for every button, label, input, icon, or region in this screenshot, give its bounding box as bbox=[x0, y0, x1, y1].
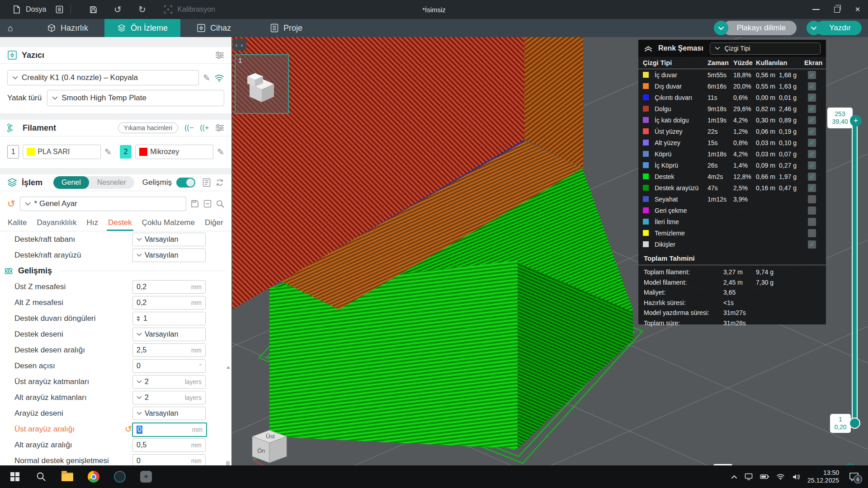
print-dropdown-icon[interactable] bbox=[807, 21, 821, 35]
minimize-button[interactable] bbox=[806, 0, 826, 19]
settings-scrollbar[interactable] bbox=[226, 366, 230, 465]
display-checkbox[interactable] bbox=[808, 218, 816, 226]
search-icon[interactable] bbox=[216, 200, 224, 208]
taskbar-search-icon[interactable] bbox=[33, 469, 49, 484]
filament-1-field[interactable]: PLA SARI bbox=[23, 145, 101, 159]
view-cube[interactable]: Üst Ön bbox=[243, 425, 297, 465]
setting-control[interactable]: 2,5mm bbox=[132, 343, 206, 357]
setting-control[interactable]: 2layers bbox=[132, 375, 206, 389]
wifi-icon[interactable] bbox=[214, 74, 224, 82]
setting-control[interactable]: 0mm bbox=[132, 422, 207, 437]
delete-preset-icon[interactable] bbox=[203, 200, 212, 208]
spinner-icon[interactable] bbox=[137, 316, 140, 321]
file-explorer-icon[interactable] bbox=[60, 469, 75, 484]
setting-control[interactable]: 2layers bbox=[132, 391, 206, 404]
tray-chevron-icon[interactable] bbox=[731, 475, 737, 479]
plate-thumbnail[interactable]: 1 bbox=[235, 54, 289, 114]
graphics-app-icon[interactable]: ✦ bbox=[138, 469, 154, 484]
restore-button[interactable] bbox=[826, 0, 847, 19]
add-filament-icon[interactable]: ((+ bbox=[200, 124, 209, 132]
collapse-legend-icon[interactable] bbox=[644, 45, 653, 52]
display-checkbox[interactable]: ✓ bbox=[808, 105, 816, 113]
edit-filament-2-icon[interactable]: ✎ bbox=[217, 147, 224, 157]
printer-tune-icon[interactable] bbox=[215, 51, 224, 59]
tray-volume-icon[interactable] bbox=[792, 474, 800, 480]
file-menu[interactable]: Dosya bbox=[6, 0, 51, 19]
setting-tab-çoklu malzeme[interactable]: Çoklu Malzeme bbox=[137, 218, 200, 231]
setting-tab-dayanıklılık[interactable]: Dayanıklılık bbox=[32, 218, 82, 231]
setting-tab-kalite[interactable]: Kalite bbox=[3, 218, 32, 231]
flush-volumes-button[interactable]: Yıkama hacimleri bbox=[118, 122, 178, 133]
layer-slider-track[interactable] bbox=[852, 123, 858, 427]
browser-app-icon[interactable] bbox=[112, 469, 127, 484]
print-button[interactable]: Yazdır bbox=[807, 21, 862, 35]
redo-icon[interactable]: ↻ bbox=[136, 4, 148, 15]
legend-mode-select[interactable]: Çizgi Tipi bbox=[710, 42, 821, 55]
tab-preview[interactable]: Ön İzleme bbox=[104, 19, 180, 37]
notification-center-icon[interactable]: 6 bbox=[849, 472, 859, 481]
display-checkbox[interactable]: ✓ bbox=[808, 71, 816, 79]
setting-control[interactable]: Varsayılan bbox=[132, 249, 206, 262]
setting-control[interactable]: 0,5mm bbox=[132, 438, 206, 452]
recent-files-icon[interactable] bbox=[53, 4, 65, 15]
filament-1-index[interactable]: 1 bbox=[7, 145, 19, 159]
close-button[interactable]: ✕ bbox=[847, 0, 868, 19]
save-preset-icon[interactable] bbox=[191, 200, 199, 208]
layer-slider-plus-icon[interactable]: + bbox=[850, 115, 862, 127]
undo-icon[interactable]: ↺ bbox=[112, 4, 123, 15]
setting-control[interactable]: 0,2mm bbox=[132, 296, 206, 310]
setting-reset-icon[interactable]: ↺ bbox=[125, 424, 132, 434]
tab-prepare[interactable]: Hazırlık bbox=[34, 19, 101, 37]
spinner-up-icon[interactable] bbox=[137, 316, 140, 318]
save-icon[interactable] bbox=[87, 4, 99, 15]
layer-slider-knob[interactable] bbox=[849, 418, 860, 429]
advanced-toggle[interactable] bbox=[176, 178, 195, 188]
display-checkbox[interactable]: ✓ bbox=[808, 150, 816, 158]
display-checkbox[interactable]: ✓ bbox=[808, 240, 816, 249]
display-checkbox[interactable]: ✓ bbox=[808, 116, 816, 124]
filament-2-field[interactable]: Mikrozey bbox=[135, 145, 213, 159]
filament-2-index[interactable]: 2 bbox=[120, 145, 132, 159]
display-checkbox[interactable]: ✓ bbox=[808, 173, 816, 181]
collapse-panel-handle[interactable]: ‹ › bbox=[233, 39, 246, 51]
setting-control[interactable]: 0mm bbox=[132, 454, 206, 465]
home-button[interactable]: ⌂ bbox=[0, 19, 21, 37]
setting-control[interactable]: Varsayılan bbox=[132, 328, 206, 341]
slice-plate-button[interactable]: Plakayı dilimle bbox=[714, 21, 797, 35]
setting-control[interactable]: 1 bbox=[132, 312, 206, 325]
tab-project[interactable]: Proje bbox=[257, 19, 315, 37]
setting-control[interactable]: Varsayılan bbox=[132, 233, 206, 246]
setting-control[interactable]: 0° bbox=[132, 359, 206, 373]
scrollbar-thumb[interactable] bbox=[226, 461, 230, 465]
bed-type-select[interactable]: Smooth High Temp Plate bbox=[47, 90, 224, 106]
sync-preset-icon[interactable] bbox=[215, 178, 224, 187]
display-checkbox[interactable] bbox=[808, 206, 816, 215]
preset-list-icon[interactable] bbox=[203, 178, 211, 187]
setting-tab-destek[interactable]: Destek bbox=[103, 218, 137, 231]
tab-objects[interactable]: Nesneler bbox=[89, 176, 134, 189]
setting-control[interactable]: Varsayılan bbox=[132, 407, 206, 420]
display-checkbox[interactable]: ✓ bbox=[808, 184, 816, 192]
start-button[interactable] bbox=[7, 469, 23, 484]
tray-pc-icon[interactable] bbox=[745, 473, 753, 480]
tray-battery-icon[interactable] bbox=[760, 474, 769, 479]
edit-printer-icon[interactable]: ✎ bbox=[203, 73, 210, 83]
spinner-down-icon[interactable] bbox=[137, 319, 140, 321]
setting-tab-diğer[interactable]: Diğer bbox=[200, 218, 228, 231]
tab-device[interactable]: Cihaz bbox=[184, 19, 244, 37]
remove-filament-icon[interactable]: ((− bbox=[184, 124, 193, 132]
preset-reset-icon[interactable]: ↺ bbox=[7, 198, 15, 209]
taskbar-clock[interactable]: 13:50 25.12.2025 bbox=[807, 469, 839, 484]
setting-tab-hız[interactable]: Hız bbox=[81, 218, 103, 231]
display-checkbox[interactable] bbox=[808, 229, 816, 237]
display-checkbox[interactable]: ✓ bbox=[808, 94, 816, 102]
edit-filament-1-icon[interactable]: ✎ bbox=[104, 147, 112, 157]
display-checkbox[interactable]: ✓ bbox=[808, 127, 816, 136]
display-checkbox[interactable]: ✓ bbox=[808, 82, 816, 90]
chrome-icon[interactable] bbox=[86, 469, 101, 484]
display-checkbox[interactable]: ✓ bbox=[808, 139, 816, 147]
tab-global[interactable]: Genel bbox=[53, 176, 89, 189]
calibration-menu[interactable]: Kalibrasyon bbox=[158, 0, 220, 19]
display-checkbox[interactable] bbox=[808, 195, 816, 203]
display-checkbox[interactable]: ✓ bbox=[808, 161, 816, 169]
